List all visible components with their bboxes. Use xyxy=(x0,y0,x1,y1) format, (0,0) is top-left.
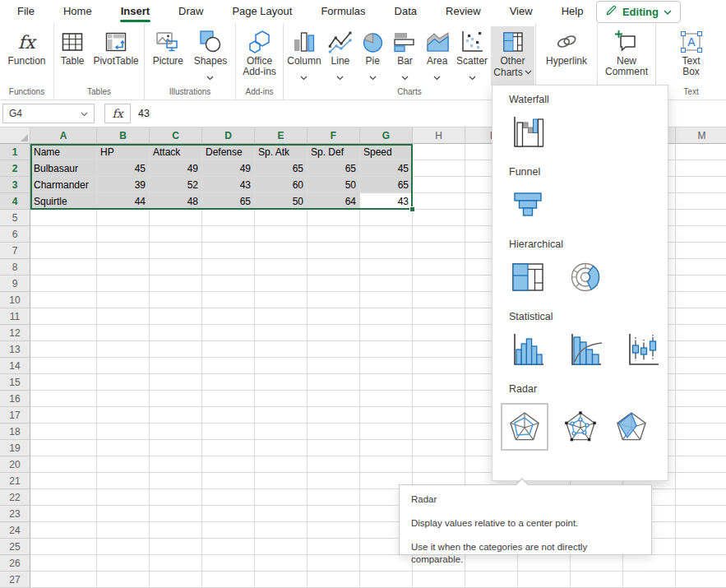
cell-E1[interactable]: Sp. Atk xyxy=(255,144,308,160)
grid-cell[interactable] xyxy=(413,424,465,440)
grid-cell[interactable] xyxy=(202,358,255,374)
grid-cell[interactable] xyxy=(202,374,255,391)
cell-D4[interactable]: 65 xyxy=(202,193,255,210)
grid-cell[interactable] xyxy=(202,456,255,473)
grid-cell[interactable] xyxy=(413,374,465,391)
grid-cell[interactable] xyxy=(676,473,726,489)
grid-cell[interactable] xyxy=(360,275,413,292)
grid-cell[interactable] xyxy=(202,325,255,341)
fill-handle[interactable] xyxy=(409,206,415,212)
grid-cell[interactable] xyxy=(97,391,150,407)
chevron-down-icon[interactable] xyxy=(336,69,344,74)
grid-cell[interactable] xyxy=(676,292,726,308)
select-all-corner[interactable] xyxy=(0,127,30,144)
grid-cell[interactable] xyxy=(360,424,413,440)
grid-cell[interactable] xyxy=(30,226,97,243)
grid-cell[interactable] xyxy=(202,572,255,588)
row-header-15[interactable]: 15 xyxy=(0,374,30,391)
row-header-3[interactable]: 3 xyxy=(0,177,30,193)
grid-cell[interactable] xyxy=(97,489,150,506)
column-header-m[interactable]: M xyxy=(676,127,726,144)
grid-cell[interactable] xyxy=(676,456,726,473)
grid-cell[interactable] xyxy=(150,226,202,243)
grid-cell[interactable] xyxy=(413,210,465,226)
grid-cell[interactable] xyxy=(255,226,308,243)
grid-cell[interactable] xyxy=(150,210,202,226)
column-header-h[interactable]: H xyxy=(413,127,465,144)
grid-cell[interactable] xyxy=(97,292,150,308)
grid-cell[interactable] xyxy=(97,572,150,588)
menu-tab-data[interactable]: Data xyxy=(394,0,418,23)
grid-cell[interactable] xyxy=(30,440,97,456)
row-header-27[interactable]: 27 xyxy=(0,572,30,588)
grid-cell[interactable] xyxy=(30,292,97,308)
grid-cell[interactable] xyxy=(202,210,255,226)
grid-cell[interactable] xyxy=(308,506,360,522)
grid-cell[interactable] xyxy=(255,440,308,456)
menu-tab-page-layout[interactable]: Page Layout xyxy=(231,0,293,23)
grid-cell[interactable] xyxy=(150,440,202,456)
ribbon-button-scatter[interactable]: Scatter xyxy=(454,26,490,86)
row-header-25[interactable]: 25 xyxy=(0,539,30,555)
ribbon-button-hyperlink[interactable]: Hyperlink xyxy=(543,26,590,86)
ribbon-button-other-charts[interactable]: OtherCharts xyxy=(491,26,534,86)
grid-cell[interactable] xyxy=(360,374,413,391)
cell-C4[interactable]: 48 xyxy=(150,193,202,210)
grid-cell[interactable] xyxy=(255,407,308,424)
grid-cell[interactable] xyxy=(150,292,202,308)
cell-G2[interactable]: 45 xyxy=(360,160,413,177)
grid-cell[interactable] xyxy=(30,308,97,325)
menu-tab-home[interactable]: Home xyxy=(62,0,93,23)
grid-cell[interactable] xyxy=(30,489,97,506)
menu-tab-view[interactable]: View xyxy=(509,0,534,23)
row-header-17[interactable]: 17 xyxy=(0,407,30,424)
grid-cell[interactable] xyxy=(202,275,255,292)
grid-cell[interactable] xyxy=(676,522,726,539)
row-header-20[interactable]: 20 xyxy=(0,456,30,473)
menu-tab-insert[interactable]: Insert xyxy=(120,0,150,23)
grid-cell[interactable] xyxy=(255,572,308,588)
grid-cell[interactable] xyxy=(308,210,360,226)
grid-cell[interactable] xyxy=(97,539,150,555)
radar-chart-icon[interactable] xyxy=(506,408,543,446)
row-header-2[interactable]: 2 xyxy=(0,160,30,177)
grid-cell[interactable] xyxy=(150,555,202,572)
grid-cell[interactable] xyxy=(150,456,202,473)
cell-B2[interactable]: 45 xyxy=(97,160,150,177)
row-header-26[interactable]: 26 xyxy=(0,555,30,572)
grid-cell[interactable] xyxy=(97,407,150,424)
grid-cell[interactable] xyxy=(413,358,465,374)
ribbon-button-pivottable[interactable]: PivotTable xyxy=(90,26,141,86)
grid-cell[interactable] xyxy=(308,407,360,424)
grid-cell[interactable] xyxy=(413,275,465,292)
grid-cell[interactable] xyxy=(360,358,413,374)
ribbon-button-office-add-ins[interactable]: OfficeAdd-ins xyxy=(240,26,279,86)
grid-cell[interactable] xyxy=(413,407,465,424)
grid-cell[interactable] xyxy=(30,210,97,226)
name-box[interactable]: G4 xyxy=(2,104,95,123)
ribbon-button-shapes[interactable]: Shapes xyxy=(192,26,230,86)
grid-cell[interactable] xyxy=(30,572,97,588)
grid-cell[interactable] xyxy=(308,473,360,489)
radar-markers-chart-icon[interactable] xyxy=(562,408,599,446)
grid-cell[interactable] xyxy=(308,391,360,407)
row-header-7[interactable]: 7 xyxy=(0,243,30,259)
grid-cell[interactable] xyxy=(360,572,413,588)
grid-cell[interactable] xyxy=(255,506,308,522)
grid-cell[interactable] xyxy=(360,243,413,259)
grid-cell[interactable] xyxy=(30,407,97,424)
grid-cell[interactable] xyxy=(308,292,360,308)
grid-cell[interactable] xyxy=(308,522,360,539)
grid-cell[interactable] xyxy=(97,243,150,259)
ribbon-button-function[interactable]: fxFunction xyxy=(5,26,48,86)
grid-cell[interactable] xyxy=(413,391,465,407)
grid-cell[interactable] xyxy=(308,374,360,391)
grid-cell[interactable] xyxy=(255,473,308,489)
grid-cell[interactable] xyxy=(97,506,150,522)
row-header-4[interactable]: 4 xyxy=(0,193,30,210)
cell-E4[interactable]: 50 xyxy=(255,193,308,210)
grid-cell[interactable] xyxy=(30,374,97,391)
cell-C2[interactable]: 49 xyxy=(150,160,202,177)
menu-tab-formulas[interactable]: Formulas xyxy=(320,0,366,23)
histogram-chart-icon[interactable] xyxy=(509,331,547,368)
